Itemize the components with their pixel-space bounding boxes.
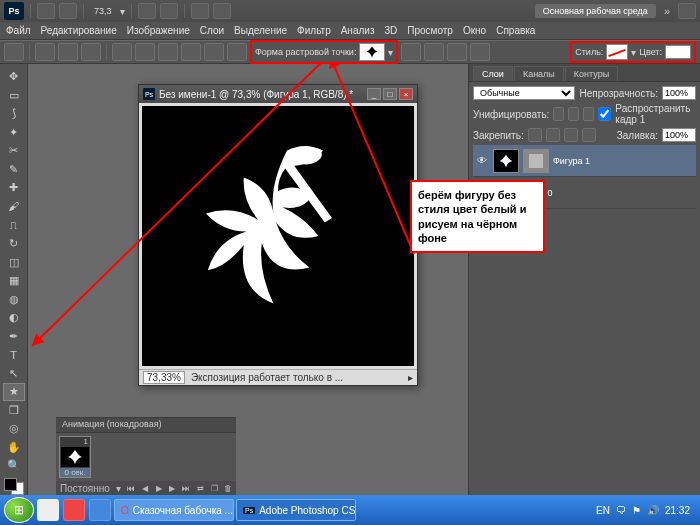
taskbar-app-1[interactable]: OСказочная бабочка ... xyxy=(114,499,234,521)
quick-launch-icon[interactable] xyxy=(37,499,59,521)
blend-mode-select[interactable]: Обычные xyxy=(473,86,575,100)
lock-trans-icon[interactable] xyxy=(528,128,542,142)
menu-3d[interactable]: 3D xyxy=(384,25,397,36)
combine-excl-icon[interactable] xyxy=(470,43,490,61)
quick-launch-icon[interactable] xyxy=(63,499,85,521)
menu-help[interactable]: Справка xyxy=(496,25,535,36)
visibility-icon[interactable]: 👁 xyxy=(475,155,489,166)
eyedropper-tool[interactable]: ✎ xyxy=(3,161,25,179)
menu-analysis[interactable]: Анализ xyxy=(341,25,375,36)
lock-all-icon[interactable] xyxy=(582,128,596,142)
opacity-input[interactable] xyxy=(662,86,696,100)
last-frame-button[interactable]: ⏭ xyxy=(182,483,190,495)
arrange-icon[interactable] xyxy=(191,3,209,19)
chevron-right-icon[interactable]: » xyxy=(660,5,674,17)
menu-view[interactable]: Просмотр xyxy=(407,25,453,36)
loop-selector[interactable]: Постоянно xyxy=(60,483,110,494)
tray-icon[interactable]: 🔊 xyxy=(647,505,659,516)
move-tool[interactable]: ✥ xyxy=(3,68,25,86)
wand-tool[interactable]: ✦ xyxy=(3,124,25,142)
hand-tool[interactable]: ✋ xyxy=(3,439,25,457)
fill-pixels-icon[interactable] xyxy=(81,43,101,61)
heal-tool[interactable]: ✚ xyxy=(3,179,25,197)
quick-launch-icon[interactable] xyxy=(89,499,111,521)
view-extras-icon[interactable] xyxy=(59,3,77,19)
stamp-tool[interactable]: ⎍ xyxy=(3,216,25,234)
prev-frame-button[interactable]: ◀ xyxy=(141,483,149,495)
crop-tool[interactable]: ✂ xyxy=(3,142,25,160)
maximize-button[interactable]: □ xyxy=(383,88,397,100)
tab-layers[interactable]: Слои xyxy=(473,66,513,81)
start-button[interactable]: ⊞ xyxy=(4,497,34,523)
doc-zoom[interactable]: 73,33% xyxy=(143,371,185,384)
color-picker[interactable] xyxy=(4,478,24,495)
bridge-icon[interactable] xyxy=(37,3,55,19)
shape-layers-icon[interactable] xyxy=(35,43,55,61)
rectangle-icon[interactable] xyxy=(112,43,132,61)
history-brush-tool[interactable]: ↻ xyxy=(3,235,25,253)
tab-paths[interactable]: Контуры xyxy=(565,66,618,81)
custom-shape-tool[interactable]: ★ xyxy=(3,383,25,401)
next-frame-button[interactable]: ▶ xyxy=(169,483,177,495)
menu-window[interactable]: Окно xyxy=(463,25,486,36)
taskbar-app-2[interactable]: PsAdobe Photoshop CS... xyxy=(236,499,356,521)
paths-icon[interactable] xyxy=(58,43,78,61)
combine-add-icon[interactable] xyxy=(401,43,421,61)
lock-move-icon[interactable] xyxy=(564,128,578,142)
delete-frame-button[interactable]: 🗑 xyxy=(224,483,232,495)
collapse-icon[interactable] xyxy=(678,3,696,19)
document-titlebar[interactable]: Ps Без имени-1 @ 73,3% (Фигура 1, RGB/8)… xyxy=(139,85,417,103)
marquee-tool[interactable]: ▭ xyxy=(3,87,25,105)
color-swatch[interactable] xyxy=(665,45,691,59)
type-tool[interactable]: T xyxy=(3,346,25,364)
fill-input[interactable] xyxy=(662,128,696,142)
blur-tool[interactable]: ◍ xyxy=(3,290,25,308)
brush-tool[interactable]: 🖌 xyxy=(3,198,25,216)
path-select-tool[interactable]: ↖ xyxy=(3,365,25,383)
screen-mode-icon[interactable] xyxy=(213,3,231,19)
combine-int-icon[interactable] xyxy=(447,43,467,61)
zoom-icon[interactable] xyxy=(160,3,178,19)
lasso-tool[interactable]: ⟆ xyxy=(3,105,25,123)
ellipse-icon[interactable] xyxy=(158,43,178,61)
duplicate-frame-button[interactable]: ❐ xyxy=(210,483,218,495)
unify-style-icon[interactable] xyxy=(583,107,594,121)
animation-frame-1[interactable]: 1 0 сек. xyxy=(59,436,91,478)
unify-pos-icon[interactable] xyxy=(553,107,564,121)
tray-icon[interactable]: 🗨 xyxy=(616,505,626,516)
layer-figure-1[interactable]: 👁 Фигура 1 xyxy=(473,145,696,177)
lock-paint-icon[interactable] xyxy=(546,128,560,142)
shape-preview[interactable] xyxy=(359,43,385,61)
menu-layer[interactable]: Слои xyxy=(200,25,224,36)
frame-time[interactable]: 0 сек. xyxy=(60,468,90,477)
document-canvas[interactable] xyxy=(142,106,414,366)
tool-preset-icon[interactable] xyxy=(4,43,24,61)
menu-filter[interactable]: Фильтр xyxy=(297,25,331,36)
zoom-tool[interactable]: 🔍 xyxy=(3,457,25,475)
hand-icon[interactable] xyxy=(138,3,156,19)
lang-indicator[interactable]: EN xyxy=(596,505,610,516)
polygon-icon[interactable] xyxy=(181,43,201,61)
dodge-tool[interactable]: ◐ xyxy=(3,309,25,327)
gradient-tool[interactable]: ▦ xyxy=(3,272,25,290)
menu-image[interactable]: Изображение xyxy=(127,25,190,36)
menu-file[interactable]: Файл xyxy=(6,25,31,36)
unify-vis-icon[interactable] xyxy=(568,107,579,121)
rounded-rect-icon[interactable] xyxy=(135,43,155,61)
tween-button[interactable]: ⇄ xyxy=(196,483,204,495)
3d-tool[interactable]: ❒ xyxy=(3,402,25,420)
minimize-button[interactable]: _ xyxy=(367,88,381,100)
eraser-tool[interactable]: ◫ xyxy=(3,253,25,271)
workspace-button[interactable]: Основная рабочая среда xyxy=(535,4,656,18)
propagate-checkbox[interactable] xyxy=(598,107,611,121)
3d-camera-tool[interactable]: ◎ xyxy=(3,420,25,438)
pen-tool[interactable]: ✒ xyxy=(3,327,25,345)
menu-select[interactable]: Выделение xyxy=(234,25,287,36)
first-frame-button[interactable]: ⏮ xyxy=(127,483,135,495)
menu-edit[interactable]: Редактирование xyxy=(41,25,117,36)
tab-channels[interactable]: Каналы xyxy=(514,66,564,81)
tray-icon[interactable]: ⚑ xyxy=(632,505,641,516)
style-none-swatch[interactable] xyxy=(606,44,628,60)
play-button[interactable]: ▶ xyxy=(155,483,163,495)
line-icon[interactable] xyxy=(204,43,224,61)
